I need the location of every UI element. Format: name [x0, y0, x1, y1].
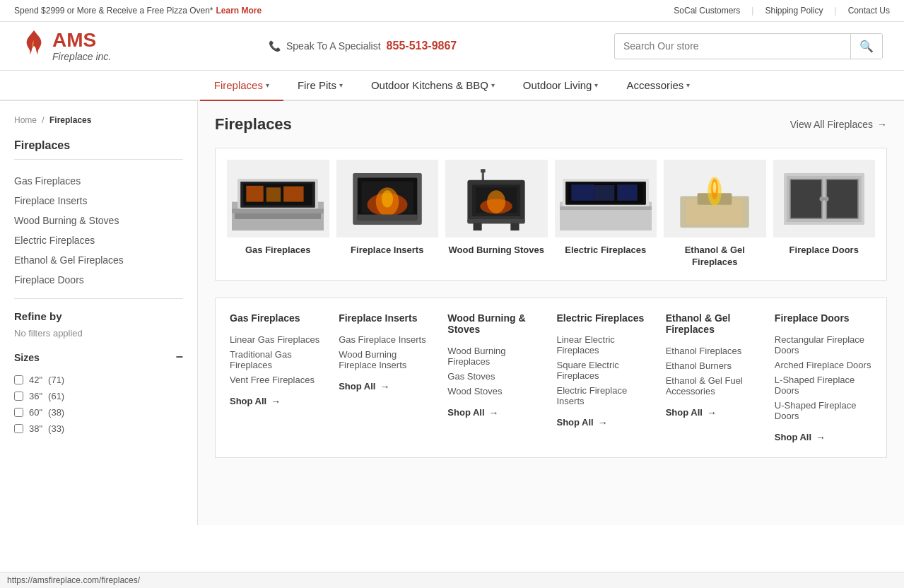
breadcrumb-home[interactable]: Home — [14, 115, 37, 125]
arrow-right-doors: → — [816, 432, 826, 443]
nav-label-outdoor-kitchens: Outdoor Kitchens & BBQ — [371, 79, 488, 91]
link-vent-free[interactable]: Vent Free Fireplaces — [230, 372, 327, 387]
shop-all-gas-label: Shop All — [230, 396, 266, 406]
category-image-electric — [555, 160, 657, 237]
category-image-gas — [227, 160, 329, 237]
link-rectangular-doors[interactable]: Rectangular Fireplace Doors — [775, 332, 872, 358]
category-label-electric: Electric Fireplaces — [565, 245, 646, 257]
search-button[interactable]: 🔍 — [850, 34, 882, 59]
chevron-down-icon-4: ▾ — [686, 81, 690, 89]
sidebar-item-gas-fireplaces[interactable]: Gas Fireplaces — [14, 171, 183, 191]
nav-label-outdoor-living: Outdoor Living — [523, 79, 592, 91]
sidebar-item-wood-burning[interactable]: Wood Burning & Stoves — [14, 211, 183, 230]
nav-item-fireplaces[interactable]: Fireplaces ▾ — [200, 71, 283, 101]
shop-all-ethanol-label: Shop All — [666, 407, 703, 418]
svg-point-14 — [382, 190, 393, 207]
shop-all-doors[interactable]: Shop All → — [775, 432, 826, 443]
shop-all-wood[interactable]: Shop All → — [447, 407, 498, 418]
dropdown-col-title-gas: Gas Fireplaces — [230, 312, 327, 324]
category-card-ethanol[interactable]: Ethanol & Gel Fireplaces — [664, 160, 766, 269]
sizes-label: Sizes — [14, 352, 40, 363]
link-ethanol-burners[interactable]: Ethanol Burners — [666, 358, 763, 373]
view-all-fireplaces-link[interactable]: View All Fireplaces → — [790, 119, 887, 130]
sidebar-item-ethanol[interactable]: Ethanol & Gel Fireplaces — [14, 250, 183, 270]
svg-point-39 — [713, 182, 717, 193]
category-card-inserts[interactable]: Fireplace Inserts — [336, 160, 439, 269]
shipping-link[interactable]: Shipping Policy — [765, 6, 823, 16]
link-wood-stoves[interactable]: Wood Stoves — [447, 384, 545, 399]
arrow-right-electric: → — [598, 417, 608, 428]
svg-rect-30 — [571, 184, 594, 201]
dropdown-col-gas: Gas Fireplaces Linear Gas Fireplaces Tra… — [230, 312, 327, 443]
category-card-gas[interactable]: Gas Fireplaces — [227, 160, 329, 269]
category-label-ethanol: Ethanol & Gel Fireplaces — [664, 245, 766, 269]
contact-link[interactable]: Contact Us — [848, 6, 890, 16]
link-ushaped-doors[interactable]: U-Shaped Fireplace Doors — [775, 398, 872, 423]
chevron-down-icon-3: ▾ — [594, 81, 598, 89]
shop-all-inserts[interactable]: Shop All → — [339, 381, 389, 392]
link-wood-fireplaces[interactable]: Wood Burning Fireplaces — [447, 343, 545, 369]
learn-more-link[interactable]: Learn More — [216, 6, 262, 16]
search-bar[interactable]: 🔍 — [614, 33, 883, 59]
category-label-gas: Gas Fireplaces — [245, 245, 311, 257]
svg-rect-31 — [594, 184, 614, 200]
nav-label-accessories: Accessories — [626, 79, 683, 91]
link-gas-stoves[interactable]: Gas Stoves — [447, 369, 545, 384]
link-wood-inserts[interactable]: Wood Burning Fireplace Inserts — [339, 347, 436, 372]
nav-item-accessories[interactable]: Accessories ▾ — [612, 71, 704, 100]
arrow-right-ethanol: → — [707, 407, 717, 418]
page-layout: Home / Fireplaces Fireplaces Gas Firepla… — [0, 101, 904, 525]
nav-item-outdoor-living[interactable]: Outdoor Living ▾ — [509, 71, 613, 100]
size-checkbox-42[interactable] — [14, 375, 23, 384]
shop-all-electric[interactable]: Shop All → — [557, 417, 608, 428]
link-linear-electric[interactable]: Linear Electric Fireplaces — [557, 332, 654, 358]
link-square-electric[interactable]: Square Electric Fireplaces — [557, 358, 654, 383]
page-title: Fireplaces — [215, 115, 292, 134]
socal-link[interactable]: SoCal Customers — [674, 6, 740, 16]
link-ethanol-accessories[interactable]: Ethanol & Gel Fuel Accessories — [666, 373, 763, 399]
top-links: SoCal Customers | Shipping Policy | Cont… — [674, 6, 890, 16]
shop-all-gas[interactable]: Shop All → — [230, 396, 281, 407]
link-traditional-gas[interactable]: Traditional Gas Fireplaces — [230, 347, 327, 372]
header: AMS Fireplace inc. 📞 Speak To A Speciali… — [0, 22, 904, 71]
link-ethanol-fireplaces[interactable]: Ethanol Fireplaces — [666, 343, 763, 358]
divider-2: | — [835, 6, 837, 16]
link-arched-doors[interactable]: Arched Fireplace Doors — [775, 358, 872, 372]
size-checkbox-38[interactable] — [14, 424, 23, 433]
svg-rect-25 — [511, 223, 519, 230]
shop-all-electric-label: Shop All — [557, 417, 594, 428]
link-lshaped-doors[interactable]: L-Shaped Fireplace Doors — [775, 372, 872, 398]
category-card-wood[interactable]: Wood Burning Stoves — [445, 160, 548, 269]
search-input[interactable] — [615, 35, 850, 57]
nav-item-firepits[interactable]: Fire Pits ▾ — [283, 71, 357, 100]
collapse-sizes-button[interactable]: − — [175, 350, 183, 365]
svg-rect-4 — [247, 185, 264, 201]
phone-number[interactable]: 855-513-9867 — [387, 40, 457, 52]
category-label-wood: Wood Burning Stoves — [448, 245, 544, 257]
svg-rect-45 — [827, 180, 857, 218]
arrow-right-gas: → — [271, 396, 281, 407]
logo[interactable]: AMS Fireplace inc. — [21, 29, 111, 63]
shop-all-ethanol[interactable]: Shop All → — [666, 407, 717, 418]
category-card-electric[interactable]: Electric Fireplaces — [555, 160, 657, 269]
nav-item-outdoor-kitchens[interactable]: Outdoor Kitchens & BBQ ▾ — [357, 71, 509, 100]
size-checkbox-36[interactable] — [14, 392, 23, 401]
size-label-36: 36" — [29, 391, 42, 401]
size-item-42: 42" (71) — [14, 372, 183, 388]
category-card-doors[interactable]: Fireplace Doors — [773, 160, 876, 269]
link-electric-inserts[interactable]: Electric Fireplace Inserts — [557, 383, 654, 408]
sidebar-item-fireplace-inserts[interactable]: Fireplace Inserts — [14, 191, 183, 211]
svg-rect-24 — [474, 223, 482, 230]
dropdown-col-title-wood: Wood Burning & Stoves — [447, 312, 545, 335]
sidebar-section-title: Fireplaces — [14, 139, 183, 160]
sidebar: Home / Fireplaces Fireplaces Gas Firepla… — [0, 101, 198, 525]
sidebar-item-fireplace-doors[interactable]: Fireplace Doors — [14, 270, 183, 290]
category-label-inserts: Fireplace Inserts — [351, 245, 423, 257]
link-gas-inserts[interactable]: Gas Fireplace Inserts — [339, 332, 436, 347]
sidebar-item-electric[interactable]: Electric Fireplaces — [14, 230, 183, 250]
breadcrumb-current: Fireplaces — [49, 115, 91, 125]
svg-rect-6 — [283, 186, 303, 201]
dropdown-col-title-doors: Fireplace Doors — [775, 312, 872, 324]
link-linear-gas[interactable]: Linear Gas Fireplaces — [230, 332, 327, 347]
size-checkbox-60[interactable] — [14, 408, 23, 417]
